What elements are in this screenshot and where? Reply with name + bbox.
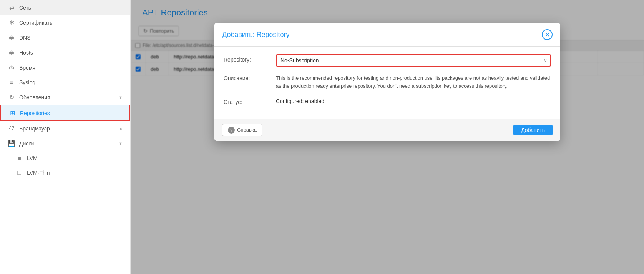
modal-footer: ? Справка Добавить xyxy=(214,119,560,141)
repository-field: No-Subscription Enterprise Test ∨ xyxy=(276,54,551,67)
sidebar-item-label: Syslog xyxy=(19,79,35,85)
description-field: This is the recommended repository for t… xyxy=(276,73,551,90)
question-icon: ? xyxy=(228,127,235,134)
status-text: Configured: enabled xyxy=(276,97,551,104)
sidebar-item-label: LVM-Thin xyxy=(27,170,50,176)
sidebar-item-certificates[interactable]: ✱ Сертификаты xyxy=(0,15,130,30)
sidebar-item-label: DNS xyxy=(19,35,31,41)
repository-select[interactable]: No-Subscription Enterprise Test xyxy=(276,54,551,67)
sidebar-item-lvm[interactable]: ■ LVM xyxy=(0,151,130,165)
main-content: APT Repositories ↻ Повторить File: /etc/… xyxy=(131,0,644,274)
certificates-icon: ✱ xyxy=(8,19,15,26)
chevron-down-icon: ▶ xyxy=(120,126,123,131)
sidebar-item-updates[interactable]: ↻ Обновления ▼ xyxy=(0,90,130,105)
sidebar-item-firewall[interactable]: 🛡 Брандмауэр ▶ xyxy=(0,121,130,136)
sidebar-item-label: Брандмауэр xyxy=(19,125,50,132)
help-button[interactable]: ? Справка xyxy=(222,124,262,136)
description-label: Описание: xyxy=(224,73,270,81)
sidebar-item-label: Диски xyxy=(19,140,34,147)
disks-icon: 💾 xyxy=(8,140,15,147)
repository-form-row: Repository: No-Subscription Enterprise T… xyxy=(224,54,551,67)
chevron-down-icon: ▼ xyxy=(118,141,123,146)
hosts-icon: ◉ xyxy=(8,49,15,56)
time-icon: ◷ xyxy=(8,64,15,71)
modal-dialog: Добавить: Repository ✕ Repository: No-Su… xyxy=(214,23,560,141)
dns-icon: ◉ xyxy=(8,34,15,41)
sidebar-item-disks[interactable]: 💾 Диски ▼ xyxy=(0,136,130,151)
sidebar-item-label: Сертификаты xyxy=(19,20,53,26)
modal-overlay: Добавить: Repository ✕ Repository: No-Su… xyxy=(131,0,644,274)
lvm-thin-icon: □ xyxy=(15,169,23,176)
network-icon: ⇄ xyxy=(8,4,15,11)
sidebar: ⇄ Сеть ✱ Сертификаты ◉ DNS ◉ Hosts ◷ Вре… xyxy=(0,0,131,274)
firewall-icon: 🛡 xyxy=(8,125,15,132)
modal-close-button[interactable]: ✕ xyxy=(542,29,553,40)
description-form-row: Описание: This is the recommended reposi… xyxy=(224,73,551,90)
syslog-icon: ≡ xyxy=(8,79,15,86)
sidebar-item-repositories[interactable]: ⊞ Repositories xyxy=(0,105,130,121)
sidebar-item-label: Repositories xyxy=(20,110,50,116)
updates-icon: ↻ xyxy=(8,94,15,101)
status-form-row: Статус: Configured: enabled xyxy=(224,97,551,105)
sidebar-item-label: Время xyxy=(19,65,35,71)
sidebar-item-lvm-thin[interactable]: □ LVM-Thin xyxy=(0,165,130,180)
close-icon: ✕ xyxy=(545,31,550,38)
add-button[interactable]: Добавить xyxy=(513,125,553,135)
modal-title: Добавить: Repository xyxy=(222,31,290,39)
repository-label: Repository: xyxy=(224,54,270,63)
help-label: Справка xyxy=(237,127,257,133)
sidebar-item-label: Сеть xyxy=(19,5,31,11)
sidebar-item-network[interactable]: ⇄ Сеть xyxy=(0,0,130,15)
status-field: Configured: enabled xyxy=(276,97,551,104)
repositories-icon: ⊞ xyxy=(8,109,16,117)
sidebar-item-label: Обновления xyxy=(19,94,50,100)
sidebar-item-syslog[interactable]: ≡ Syslog xyxy=(0,75,130,90)
status-label: Статус: xyxy=(224,97,270,105)
sidebar-item-dns[interactable]: ◉ DNS xyxy=(0,30,130,45)
modal-header: Добавить: Repository ✕ xyxy=(214,23,560,47)
repository-select-wrapper: No-Subscription Enterprise Test ∨ xyxy=(276,54,551,67)
description-text: This is the recommended repository for t… xyxy=(276,73,551,90)
chevron-down-icon: ▼ xyxy=(118,95,123,100)
sidebar-item-time[interactable]: ◷ Время xyxy=(0,60,130,75)
sidebar-item-label: LVM xyxy=(27,155,38,161)
modal-body: Repository: No-Subscription Enterprise T… xyxy=(214,47,560,119)
lvm-icon: ■ xyxy=(15,155,23,162)
sidebar-item-label: Hosts xyxy=(19,50,33,56)
sidebar-item-hosts[interactable]: ◉ Hosts xyxy=(0,45,130,60)
